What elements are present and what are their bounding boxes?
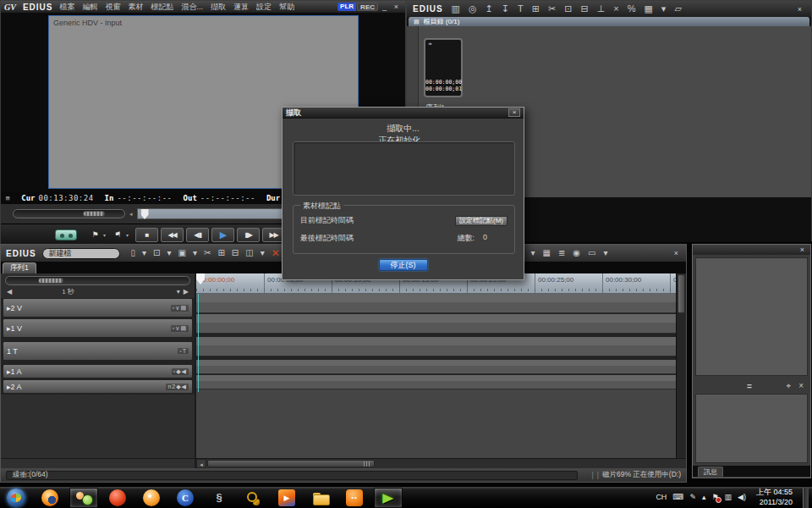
track-buttons[interactable]: ▫T [178, 348, 189, 354]
scroll-left-icon[interactable]: ◂ [196, 459, 206, 468]
palette-divider[interactable]: = ⌖ × [693, 378, 810, 394]
menu-item[interactable]: 視窗 [105, 2, 120, 13]
new-folder-icon[interactable]: ▥ [452, 4, 460, 14]
track-header[interactable]: 1 T ▫T [3, 341, 193, 361]
step-forward-button[interactable]: ▮▶ [237, 228, 260, 242]
taskbar-clock[interactable]: 上午 04:55 2011/3/20 [752, 488, 797, 507]
step-back-button[interactable]: ◀▮ [186, 228, 209, 242]
play-button[interactable]: ▶ [211, 228, 234, 242]
plr-mode-button[interactable]: PLR [337, 3, 356, 11]
cut-icon[interactable]: ✂ [204, 249, 211, 257]
mark-out-button[interactable]: ⚑ [112, 230, 123, 239]
track-buttons[interactable]: ▫∨▤ [171, 325, 189, 332]
divider-handle[interactable]: = [747, 382, 752, 391]
pen-icon[interactable]: ✎ [689, 494, 696, 501]
ime-icon[interactable]: § [205, 488, 233, 508]
search-icon[interactable]: ◎ [469, 4, 477, 14]
media-player-icon[interactable]: ▶ [272, 488, 301, 508]
set-marker-button[interactable]: 設定標記點(M) [455, 216, 508, 226]
horizontal-scrollbar[interactable] [206, 459, 686, 468]
project-name-field[interactable] [42, 248, 120, 259]
close-button[interactable]: × [797, 246, 808, 254]
dropdown-icon[interactable]: ▾ [167, 249, 172, 257]
track-buttons[interactable]: n2◆◀ [166, 384, 189, 390]
shuttle-slider[interactable] [13, 209, 125, 218]
track-lane[interactable] [196, 314, 676, 334]
c-app-icon[interactable]: C [171, 488, 200, 508]
new-sequence-icon[interactable]: ▯ [131, 249, 136, 257]
track-lane[interactable] [196, 360, 676, 374]
ripple-icon[interactable]: ◫ [245, 249, 253, 257]
volume-icon[interactable]: ◀) [738, 494, 746, 501]
safe-area-icon[interactable]: ▤ [6, 195, 9, 202]
timeline-zoom-slider[interactable] [5, 276, 190, 285]
action-center-icon[interactable]: ⚑ [711, 494, 718, 501]
add-to-timeline-icon[interactable]: ⊞ [532, 4, 540, 14]
menu-item[interactable]: 幫助 [279, 2, 294, 13]
language-indicator[interactable]: CH [656, 494, 667, 501]
copy-icon[interactable]: ⊞ [217, 249, 224, 257]
mark-out-dropdown-icon[interactable]: ▾ [126, 232, 129, 238]
delete-icon[interactable]: ✕ [272, 248, 280, 258]
messenger-icon[interactable] [69, 488, 98, 508]
export-icon[interactable]: ↥ [486, 4, 493, 14]
menu-item[interactable]: 編輯 [82, 2, 97, 13]
timescale-value[interactable]: 1 秒 [62, 287, 74, 296]
close-icon[interactable]: × [798, 381, 804, 391]
stop-button[interactable]: ■ [135, 228, 158, 242]
horizontal-scrollbar-handle[interactable] [207, 460, 375, 467]
timescale-prev-icon[interactable]: ◀ [7, 288, 12, 295]
briefcase-icon[interactable]: ▱ [674, 4, 681, 14]
menu-item[interactable]: 混合... [181, 2, 203, 13]
track-header[interactable]: ▸1 V ▫∨▤ [3, 318, 193, 338]
deck-tape-icon[interactable] [55, 229, 77, 240]
minimize-button[interactable]: _ [379, 3, 390, 11]
keyboard-icon[interactable]: ⌨ [672, 494, 683, 501]
edius-icon[interactable]: ▶ [374, 488, 403, 508]
cut-icon[interactable]: ✂ [548, 4, 556, 14]
dialog-titlebar[interactable]: 擷取 × [283, 108, 524, 119]
mixer-icon[interactable]: ≣ [558, 249, 565, 257]
menu-item[interactable]: 擷取 [211, 2, 226, 13]
close-button[interactable]: × [391, 3, 402, 11]
timescale-next-icon[interactable]: ▶ [184, 288, 189, 295]
menu-item[interactable]: 運算 [233, 2, 249, 13]
track-lane[interactable] [196, 294, 676, 313]
explorer-icon[interactable] [306, 488, 335, 508]
clip-thumbnail[interactable]: ≐ 00:00:00;00 00:00:00;01 [424, 38, 463, 97]
close-icon[interactable]: × [508, 108, 520, 117]
dropdown-icon[interactable]: ▾ [661, 4, 667, 14]
track-buttons[interactable]: ▫◆◀ [172, 368, 189, 375]
track-header[interactable]: ▸2 V ▫∨▤ [3, 298, 193, 318]
chat-app-icon[interactable]: •• [340, 488, 369, 508]
rec-mode-button[interactable]: REC [357, 3, 378, 11]
grid-icon[interactable]: ▦ [542, 249, 550, 257]
timeline-playhead-line[interactable] [198, 294, 199, 392]
dropdown-icon[interactable]: ▾ [261, 249, 265, 257]
track-lane[interactable] [196, 375, 676, 389]
panel-icon[interactable]: ▭ [588, 249, 595, 257]
timeline-zoom-handle[interactable] [38, 278, 63, 284]
mark-in-dropdown-icon[interactable]: ▾ [103, 232, 106, 238]
palette-titlebar[interactable]: × [693, 245, 810, 255]
mark-in-button[interactable]: ⚑ [90, 230, 101, 239]
title-icon[interactable]: T [518, 4, 524, 14]
menu-item[interactable]: 標記點 [151, 2, 173, 13]
start-button[interactable] [2, 488, 30, 508]
delete-icon[interactable]: × [613, 4, 618, 14]
paste-icon[interactable]: ⊟ [232, 249, 239, 257]
keys-app-icon[interactable] [239, 488, 267, 508]
track-lane[interactable] [196, 337, 676, 356]
add-file-icon[interactable]: ↧ [502, 4, 509, 14]
menu-item[interactable]: 檔案 [59, 2, 74, 13]
dropdown-icon[interactable]: ▾ [604, 249, 608, 257]
firefox-icon[interactable] [36, 488, 64, 508]
save-project-icon[interactable]: ▣ [178, 249, 186, 257]
message-tab[interactable]: 訊息 [698, 467, 723, 477]
copy-icon[interactable]: ⊡ [564, 4, 572, 14]
dropdown-icon[interactable]: ▾ [193, 249, 197, 257]
close-button[interactable]: × [671, 249, 682, 257]
track-buttons[interactable]: ▫∨▤ [171, 305, 189, 312]
menu-item[interactable]: 設定 [256, 2, 272, 13]
sequence-tab[interactable]: 序列1 [3, 262, 36, 273]
